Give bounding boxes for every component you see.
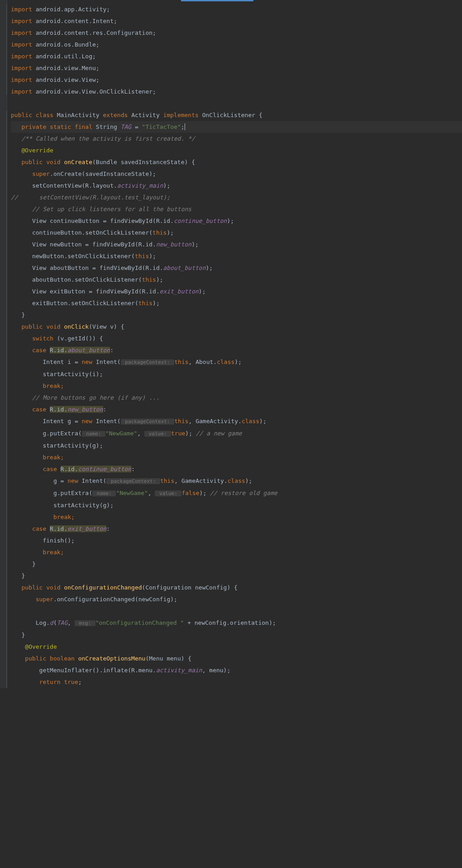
onmenu-signature[interactable]: public boolean onCreateOptionsMenu(Menu … bbox=[11, 653, 462, 665]
case-exit[interactable]: case R.id.exit_button: bbox=[11, 523, 462, 535]
close-switch[interactable]: } bbox=[11, 558, 462, 570]
code-content[interactable]: import android.app.Activity; import andr… bbox=[9, 0, 462, 688]
break[interactable]: break; bbox=[11, 380, 462, 392]
break[interactable]: break; bbox=[11, 452, 462, 463]
super-call[interactable]: super.onCreate(savedInstanceState); bbox=[11, 168, 462, 180]
putextra-new[interactable]: g.putExtra( name: "NewGame", value: true… bbox=[11, 428, 462, 440]
close-onclick[interactable]: } bbox=[11, 570, 462, 582]
find-view-new[interactable]: View newButton = findViewById(R.id.new_b… bbox=[11, 239, 462, 250]
comment-more[interactable]: // More buttons go here (if any) ... bbox=[11, 392, 462, 404]
return-true[interactable]: return true; bbox=[11, 676, 462, 688]
override-annotation[interactable]: @Override bbox=[11, 145, 462, 156]
import-line[interactable]: import android.os.Bundle; bbox=[11, 39, 462, 51]
putextra-continue[interactable]: g.putExtra( name: "NewGame", value: fals… bbox=[11, 487, 462, 500]
intent-new[interactable]: Intent g = new Intent( packageContext: t… bbox=[11, 415, 462, 428]
oncreate-signature[interactable]: public void onCreate(Bundle savedInstanc… bbox=[11, 156, 462, 168]
start-activity-g2[interactable]: startActivity(g); bbox=[11, 500, 462, 511]
code-editor[interactable]: import android.app.Activity; import andr… bbox=[0, 0, 462, 688]
import-line[interactable]: import android.content.Intent; bbox=[11, 15, 462, 27]
case-about[interactable]: case R.id.about_button: bbox=[11, 344, 462, 356]
onclick-signature[interactable]: public void onClick(View v) { bbox=[11, 321, 462, 333]
editor-gutter[interactable] bbox=[0, 0, 7, 688]
find-view-exit[interactable]: View exitButton = findViewById(R.id.exit… bbox=[11, 286, 462, 297]
import-line[interactable]: import android.view.View.OnClickListener… bbox=[11, 86, 462, 98]
close-onconfig[interactable]: } bbox=[11, 629, 462, 641]
set-listener-new[interactable]: newButton.setOnClickListener(this); bbox=[11, 250, 462, 262]
set-listener-about[interactable]: aboutButton.setOnClickListener(this); bbox=[11, 274, 462, 286]
field-tag[interactable]: private static final String TAG = "TicTa… bbox=[11, 121, 462, 133]
override-annotation[interactable]: @Override bbox=[11, 641, 462, 653]
import-line[interactable]: import android.util.Log; bbox=[11, 51, 462, 62]
commented-line[interactable]: // setContentView(R.layout.test_layout); bbox=[11, 192, 462, 203]
intent-continue[interactable]: g = new Intent( packageContext: this, Ga… bbox=[11, 475, 462, 487]
import-line[interactable]: import android.app.Activity; bbox=[11, 4, 462, 15]
super-onconfig[interactable]: super.onConfigurationChanged(newConfig); bbox=[11, 594, 462, 605]
class-declaration[interactable]: public class MainActivity extends Activi… bbox=[11, 109, 462, 121]
import-line[interactable]: import android.view.View; bbox=[11, 74, 462, 86]
break[interactable]: break; bbox=[11, 547, 462, 558]
import-line[interactable]: import android.view.Menu; bbox=[11, 62, 462, 74]
break[interactable]: break; bbox=[11, 511, 462, 523]
onconfig-signature[interactable]: public void onConfigurationChanged(Confi… bbox=[11, 582, 462, 594]
comment-line[interactable]: // Set up click listeners for all the bu… bbox=[11, 203, 462, 215]
inflate-menu[interactable]: getMenuInflater().inflate(R.menu.activit… bbox=[11, 665, 462, 676]
case-new[interactable]: case R.id.new_button: bbox=[11, 404, 462, 415]
import-line[interactable]: import android.content.res.Configuration… bbox=[11, 27, 462, 39]
log-call[interactable]: Log.d(TAG, msg: "onConfigurationChanged … bbox=[11, 617, 462, 629]
start-activity[interactable]: startActivity(i); bbox=[11, 368, 462, 380]
close-brace[interactable]: } bbox=[11, 309, 462, 321]
find-view-continue[interactable]: View continueButton = findViewById(R.id.… bbox=[11, 215, 462, 227]
find-view-about[interactable]: View aboutButton = findViewById(R.id.abo… bbox=[11, 262, 462, 274]
intent-about[interactable]: Intent i = new Intent( packageContext: t… bbox=[11, 356, 462, 368]
switch-open[interactable]: switch (v.getId()) { bbox=[11, 333, 462, 344]
finish-call[interactable]: finish(); bbox=[11, 535, 462, 547]
blank-line[interactable] bbox=[11, 98, 462, 109]
set-listener-exit[interactable]: exitButton.setOnClickListener(this); bbox=[11, 297, 462, 309]
active-tab-indicator bbox=[181, 0, 253, 1]
case-continue[interactable]: case R.id.continue_button: bbox=[11, 463, 462, 475]
blank-line[interactable] bbox=[11, 605, 462, 617]
setcontentview[interactable]: setContentView(R.layout.activity_main); bbox=[11, 180, 462, 192]
start-activity-g[interactable]: startActivity(g); bbox=[11, 440, 462, 452]
set-listener-continue[interactable]: continueButton.setOnClickListener(this); bbox=[11, 227, 462, 239]
doc-comment[interactable]: /** Called when the activity is first cr… bbox=[11, 133, 462, 145]
